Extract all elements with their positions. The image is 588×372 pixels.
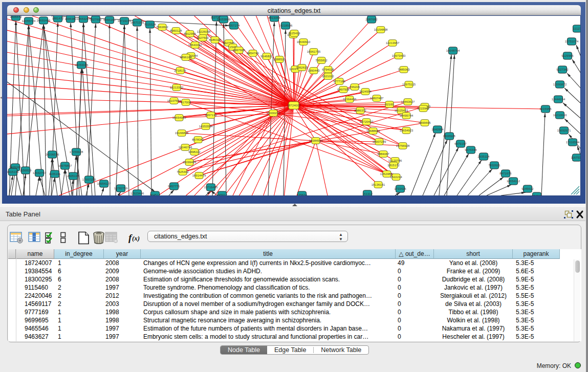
svg-text:7625402: 7625402 <box>177 170 189 173</box>
svg-text:19756928: 19756928 <box>396 144 410 147</box>
svg-text:3267130: 3267130 <box>205 114 217 117</box>
svg-text:10954127: 10954127 <box>97 182 111 185</box>
svg-text:16671355: 16671355 <box>130 21 144 24</box>
svg-text:1156829: 1156829 <box>20 169 32 172</box>
svg-text:16543362: 16543362 <box>188 43 202 47</box>
svg-text:2522214: 2522214 <box>390 176 402 179</box>
svg-text:9474444: 9474444 <box>465 148 477 151</box>
svg-text:9777169: 9777169 <box>333 80 345 83</box>
svg-text:6699695: 6699695 <box>419 121 431 124</box>
svg-text:7663822: 7663822 <box>156 26 168 29</box>
svg-text:16053809: 16053809 <box>217 18 231 21</box>
svg-text:17359928: 17359928 <box>70 150 83 154</box>
svg-text:16961755: 16961755 <box>307 50 321 53</box>
svg-text:10807487: 10807487 <box>370 97 384 100</box>
svg-text:417004: 417004 <box>181 101 191 104</box>
svg-text:3215955: 3215955 <box>539 107 552 111</box>
svg-text:13226058: 13226058 <box>197 30 211 33</box>
svg-text:16099489: 16099489 <box>183 161 197 164</box>
svg-text:8454749: 8454749 <box>247 52 259 55</box>
svg-text:1588520: 1588520 <box>273 58 286 61</box>
svg-text:20691406: 20691406 <box>37 19 51 22</box>
svg-text:1640954: 1640954 <box>431 128 444 131</box>
svg-text:12213957: 12213957 <box>386 41 400 45</box>
svg-text:1527602: 1527602 <box>90 18 102 21</box>
svg-text:14055724: 14055724 <box>22 19 36 23</box>
svg-text:2367608: 2367608 <box>233 49 245 52</box>
svg-text:17957255: 17957255 <box>82 178 96 181</box>
svg-text:6938928: 6938928 <box>443 135 455 138</box>
svg-text:17016504: 17016504 <box>566 141 580 144</box>
svg-text:904512: 904512 <box>150 193 161 195</box>
svg-text:8578342: 8578342 <box>192 138 204 141</box>
svg-text:1881472: 1881472 <box>52 17 64 20</box>
svg-text:10025433: 10025433 <box>395 109 408 112</box>
svg-text:19384554: 19384554 <box>309 139 323 142</box>
svg-text:2087682: 2087682 <box>365 18 378 21</box>
svg-text:245012: 245012 <box>217 193 228 195</box>
svg-text:21364456: 21364456 <box>343 98 357 101</box>
svg-text:14353594: 14353594 <box>199 125 213 128</box>
svg-text:1167533: 1167533 <box>571 156 580 159</box>
svg-text:10654112: 10654112 <box>507 180 520 183</box>
svg-text:746206: 746206 <box>350 85 360 89</box>
svg-text:16648764: 16648764 <box>446 49 460 52</box>
svg-text:9146821: 9146821 <box>260 55 273 58</box>
svg-text:9457771: 9457771 <box>168 185 180 188</box>
svg-text:16107552: 16107552 <box>167 99 181 102</box>
svg-text:1145131: 1145131 <box>49 172 61 176</box>
svg-text:1505572: 1505572 <box>10 16 22 18</box>
svg-text:8813054: 8813054 <box>268 16 280 19</box>
svg-text:1695380: 1695380 <box>64 17 77 20</box>
svg-text:9327503: 9327503 <box>197 36 209 39</box>
svg-text:16782759: 16782759 <box>114 187 128 190</box>
svg-text:15751074: 15751074 <box>565 40 579 43</box>
svg-text:135674: 135674 <box>297 193 308 195</box>
svg-text:8960124: 8960124 <box>170 29 182 32</box>
svg-text:12093872: 12093872 <box>553 83 567 86</box>
svg-text:1362615: 1362615 <box>296 66 308 69</box>
svg-text:6479197: 6479197 <box>454 142 467 145</box>
svg-text:9896164: 9896164 <box>180 56 192 59</box>
svg-text:10719155: 10719155 <box>118 19 132 23</box>
svg-text:16914479: 16914479 <box>192 174 206 177</box>
svg-text:151312: 151312 <box>362 192 373 195</box>
svg-text:7485063: 7485063 <box>398 68 410 71</box>
svg-text:19166825: 19166825 <box>175 132 189 135</box>
svg-text:9129966: 9129966 <box>561 54 574 57</box>
svg-text:11123: 11123 <box>573 27 580 30</box>
svg-text:8186328: 8186328 <box>209 38 221 41</box>
svg-text:16640910: 16640910 <box>297 40 311 43</box>
svg-text:874512: 874512 <box>532 194 542 195</box>
svg-text:12942757: 12942757 <box>33 171 47 174</box>
svg-text:9884067: 9884067 <box>377 152 389 156</box>
svg-text:1815172: 1815172 <box>387 164 400 167</box>
svg-text:15720407: 15720407 <box>360 120 374 123</box>
svg-text:2986372: 2986372 <box>354 109 366 112</box>
svg-text:9215940: 9215940 <box>417 107 429 110</box>
svg-text:16046748: 16046748 <box>179 146 192 149</box>
svg-text:10975857: 10975857 <box>58 164 72 167</box>
svg-text:10688609: 10688609 <box>366 129 380 133</box>
svg-text:6497503: 6497503 <box>337 88 350 91</box>
svg-text:2505135: 2505135 <box>67 174 79 178</box>
svg-text:15716485: 15716485 <box>204 186 218 189</box>
svg-text:13654923: 13654923 <box>400 129 413 132</box>
svg-text:12213302: 12213302 <box>170 86 184 89</box>
svg-text:20206576: 20206576 <box>46 153 59 156</box>
svg-text:15300273: 15300273 <box>267 112 280 115</box>
svg-text:2935114: 2935114 <box>478 155 490 158</box>
svg-text:3915131: 3915131 <box>7 170 19 173</box>
svg-text:7357274: 7357274 <box>228 24 240 27</box>
svg-text:(x): (x) <box>132 234 140 242</box>
svg-text:1733426: 1733426 <box>394 187 406 190</box>
svg-text:18907249: 18907249 <box>373 140 386 143</box>
svg-text:19218506: 19218506 <box>279 24 293 27</box>
svg-text:14463627: 14463627 <box>401 100 415 103</box>
svg-text:8912954: 8912954 <box>184 32 196 35</box>
svg-text:12923446: 12923446 <box>130 192 144 195</box>
svg-text:7515524: 7515524 <box>144 23 156 26</box>
svg-text:1621022: 1621022 <box>322 75 334 78</box>
svg-text:18495744: 18495744 <box>400 114 413 117</box>
svg-text:2718176: 2718176 <box>174 69 186 72</box>
